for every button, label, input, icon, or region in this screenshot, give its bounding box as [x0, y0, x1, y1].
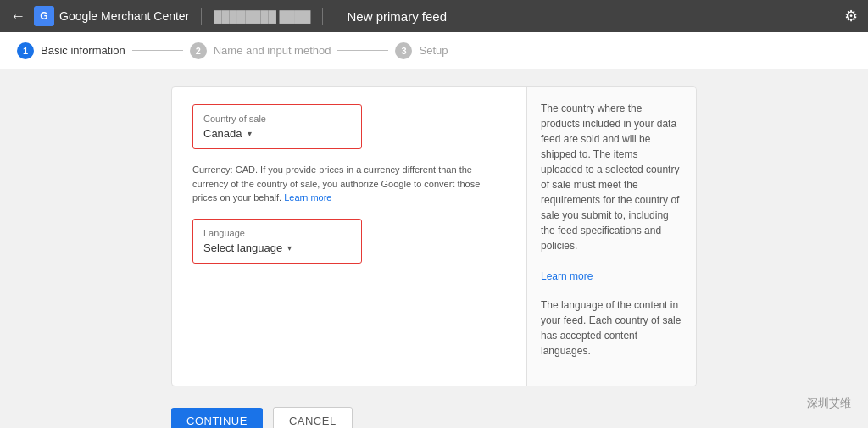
form-right: The country where the products included …: [526, 87, 696, 386]
nav-divider-1: [201, 8, 202, 25]
country-value: Canada: [203, 127, 242, 140]
currency-learn-more-link[interactable]: Learn more: [284, 192, 331, 203]
account-name: ████████ ████: [214, 10, 310, 23]
currency-note-text: Currency: CAD. If you provide prices in …: [192, 164, 480, 203]
step-2-label: Name and input method: [214, 44, 331, 57]
nav-divider-2: [322, 8, 323, 25]
continue-button[interactable]: CONTINUE: [171, 408, 263, 428]
help-section-1: The country where the products included …: [541, 101, 682, 284]
language-select[interactable]: Select language ▾: [203, 242, 351, 254]
step-2: 2 Name and input method: [190, 42, 331, 59]
step-1-circle: 1: [17, 42, 34, 59]
stepper-bar: 1 Basic information 2 Name and input met…: [0, 32, 868, 69]
app-name: Google Merchant Center: [59, 9, 189, 23]
page-title: New primary feed: [347, 9, 447, 24]
language-group[interactable]: Language Select language ▾: [192, 219, 362, 264]
step-3-label: Setup: [419, 44, 448, 57]
back-button[interactable]: ←: [10, 8, 25, 25]
top-nav: ← G Google Merchant Center ████████ ████…: [0, 0, 868, 32]
country-arrow: ▾: [248, 129, 252, 138]
language-placeholder: Select language: [203, 242, 282, 254]
form-left: Country of sale Canada ▾ Currency: CAD. …: [172, 87, 526, 386]
help-learn-more-link[interactable]: Learn more: [541, 270, 593, 282]
step-2-circle: 2: [190, 42, 207, 59]
step-connector-2: [337, 50, 388, 51]
currency-note: Currency: CAD. If you provide prices in …: [192, 163, 481, 205]
language-arrow: ▾: [287, 243, 292, 253]
step-3-circle: 3: [395, 42, 412, 59]
stepper: 1 Basic information 2 Name and input met…: [17, 42, 448, 59]
settings-button[interactable]: ⚙: [844, 7, 858, 25]
form-panel: Country of sale Canada ▾ Currency: CAD. …: [171, 86, 697, 386]
help-text-1: The country where the products included …: [541, 103, 679, 252]
step-1: 1 Basic information: [17, 42, 125, 59]
step-3: 3 Setup: [395, 42, 448, 59]
logo-icon: G: [34, 6, 54, 26]
cancel-button[interactable]: CANCEL: [273, 407, 353, 428]
watermark: 深圳艾维: [807, 396, 851, 411]
help-section-2: The language of the content in your feed…: [541, 297, 682, 359]
main-content: Country of sale Canada ▾ Currency: CAD. …: [0, 69, 868, 428]
country-select[interactable]: Canada ▾: [203, 127, 351, 140]
help-text-2: The language of the content in your feed…: [541, 299, 681, 357]
language-label: Language: [203, 228, 351, 238]
country-of-sale-group[interactable]: Country of sale Canada ▾: [192, 104, 362, 149]
step-1-label: Basic information: [41, 44, 125, 57]
step-connector-1: [132, 50, 183, 51]
country-label: Country of sale: [203, 114, 351, 124]
buttons-row: CONTINUE CANCEL: [171, 407, 697, 428]
logo-area: G Google Merchant Center: [34, 6, 189, 26]
